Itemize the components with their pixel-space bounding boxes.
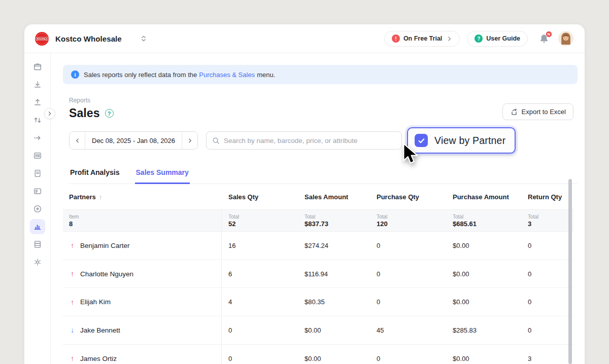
summary-item-cell: Item 8 — [63, 210, 222, 231]
sidebar-item-documents[interactable] — [30, 166, 45, 181]
table-row[interactable]: ↑ Charlotte Nguyen 6 $116.94 0 $0.00 0 — [63, 260, 573, 288]
sidebar-item-database[interactable] — [30, 237, 45, 252]
summary-total-cell: Total$837.73 — [298, 210, 370, 231]
upload-icon — [33, 98, 42, 107]
date-range-picker: Dec 08, 2025 - Jan 08, 2026 — [69, 131, 198, 150]
sidebar-item-reports[interactable] — [30, 219, 45, 234]
report-tabs: Profit Analysis Sales Summary — [69, 165, 578, 184]
sidebar-expand-button[interactable] — [44, 108, 55, 119]
notifications-button[interactable]: N — [539, 33, 549, 44]
barcode-icon — [33, 151, 42, 160]
purchase-qty-cell: 0 — [370, 355, 446, 362]
return-qty-cell: 0 — [521, 326, 573, 334]
partner-cell: ↑ James Ortiz — [63, 345, 222, 364]
user-avatar[interactable] — [558, 31, 573, 46]
tab-sales-summary[interactable]: Sales Summary — [135, 165, 190, 184]
chevron-left-icon — [75, 138, 80, 143]
svg-text:WHOLESALE: WHOLESALE — [37, 38, 47, 40]
sidebar-item-import[interactable] — [30, 77, 45, 92]
summary-total-cell: Total3 — [521, 210, 573, 231]
next-period-button[interactable] — [182, 132, 197, 149]
export-to-excel-button[interactable]: Export to Excel — [502, 103, 573, 120]
table-row[interactable]: ↑ Elijah Kim 4 $80.35 0 $0.00 0 — [63, 288, 573, 316]
summary-total-cell: Total$685.61 — [446, 210, 521, 231]
summary-total-cell: Total52 — [222, 210, 298, 231]
summary-total-value: 120 — [377, 220, 446, 228]
purchase-amount-cell: $285.83 — [446, 326, 521, 334]
table-body: ↑ Benjamin Carter 16 $274.24 0 $0.00 0 ↑… — [63, 232, 573, 364]
sidebar-item-barcode[interactable] — [30, 148, 45, 163]
sales-qty-cell: 4 — [222, 298, 298, 306]
app-window: WHOLESALE Kostco Wholesale ! On Free Tri… — [24, 24, 585, 364]
trend-arrow-icon: ↓ — [69, 326, 76, 334]
app-header: WHOLESALE Kostco Wholesale ! On Free Tri… — [24, 24, 585, 53]
date-range-value[interactable]: Dec 08, 2025 - Jan 08, 2026 — [85, 132, 182, 149]
column-header-purchase-amount[interactable]: Purchase Amount — [446, 193, 521, 201]
partner-cell: ↑ Benjamin Carter — [63, 232, 222, 260]
sidebar-item-cards[interactable] — [30, 184, 45, 199]
export-icon — [510, 108, 518, 116]
sidebar-item-export[interactable] — [30, 95, 45, 110]
user-guide-button[interactable]: ? User Guide — [467, 31, 528, 47]
sidebar-item-storage-box[interactable] — [30, 59, 45, 75]
sales-amount-cell: $80.35 — [298, 298, 370, 306]
checkbox-checked-icon[interactable] — [415, 134, 428, 147]
partner-cell: ↑ Charlotte Nguyen — [63, 260, 222, 288]
company-name: Kostco Wholesale — [55, 34, 122, 43]
view-by-partner-label: View by Partner — [434, 135, 505, 147]
previous-period-button[interactable] — [70, 132, 85, 149]
purchase-amount-cell: $0.00 — [446, 355, 521, 362]
sales-qty-cell: 0 — [222, 326, 298, 334]
vertical-scrollbar[interactable] — [568, 179, 572, 364]
trend-arrow-icon: ↑ — [69, 354, 76, 362]
sidebar-item-dispatch[interactable] — [30, 130, 45, 145]
sales-qty-cell: 16 — [222, 242, 298, 249]
tab-profit-analysis[interactable]: Profit Analysis — [69, 165, 121, 184]
summary-total-value: $685.61 — [453, 220, 521, 228]
search-icon — [212, 137, 220, 144]
filters-toolbar: Dec 08, 2025 - Jan 08, 2026 — [69, 127, 573, 154]
summary-total-label: Total — [453, 214, 521, 220]
summary-total-label: Total — [228, 214, 298, 220]
banner-text: Sales reports only reflect data from the… — [84, 71, 275, 79]
notification-badge: N — [546, 31, 552, 38]
sales-qty-cell: 0 — [222, 355, 298, 362]
search-input[interactable] — [224, 137, 396, 144]
free-trial-label: On Free Trial — [403, 35, 442, 42]
partner-name: Benjamin Carter — [80, 242, 130, 249]
page-title: Sales — [69, 106, 100, 120]
return-qty-cell: 3 — [521, 355, 573, 362]
table-row[interactable]: ↓ Jake Bennett 0 $0.00 45 $285.83 0 — [63, 316, 573, 345]
column-header-sales-qty[interactable]: Sales Qty — [222, 193, 298, 201]
page-head: Reports Sales ? Export to Excel — [69, 97, 573, 120]
dashed-arrow-right-icon — [33, 133, 42, 142]
column-header-sales-amount[interactable]: Sales Amount — [298, 193, 370, 201]
company-switcher-icon[interactable] — [140, 35, 147, 42]
summary-item-count: 8 — [69, 220, 221, 228]
summary-total-label: Total — [377, 214, 446, 220]
sidebar-item-settings[interactable] — [30, 254, 45, 270]
column-header-purchase-qty[interactable]: Purchase Qty — [370, 193, 446, 201]
info-icon: i — [71, 70, 79, 79]
partner-name: Charlotte Nguyen — [80, 270, 133, 278]
sales-summary-table: Partners ↑ Sales Qty Sales Amount Purcha… — [63, 184, 573, 364]
help-icon[interactable]: ? — [105, 109, 114, 118]
table-row[interactable]: ↑ James Ortiz 0 $0.00 0 $0.00 3 — [63, 345, 573, 364]
user-guide-label: User Guide — [486, 35, 520, 42]
sort-ascending-icon: ↑ — [99, 193, 103, 201]
sidebar-item-add[interactable] — [30, 201, 45, 216]
sidebar-item-transfer[interactable] — [30, 113, 45, 128]
column-header-partners[interactable]: Partners ↑ — [63, 193, 222, 201]
sales-amount-cell: $0.00 — [298, 355, 370, 362]
free-trial-button[interactable]: ! On Free Trial — [384, 31, 460, 47]
storage-box-icon — [33, 62, 42, 71]
return-qty-cell: 0 — [521, 298, 573, 306]
chevron-right-icon — [47, 111, 52, 116]
sales-qty-cell: 6 — [222, 270, 298, 278]
view-by-partner-toggle[interactable]: View by Partner — [407, 127, 516, 154]
column-header-return-qty[interactable]: Return Qty — [521, 193, 573, 201]
export-to-excel-label: Export to Excel — [522, 108, 566, 116]
purchases-sales-link[interactable]: Purchases & Sales — [199, 71, 255, 79]
table-row[interactable]: ↑ Benjamin Carter 16 $274.24 0 $0.00 0 — [63, 232, 573, 260]
purchase-qty-cell: 0 — [370, 270, 446, 278]
